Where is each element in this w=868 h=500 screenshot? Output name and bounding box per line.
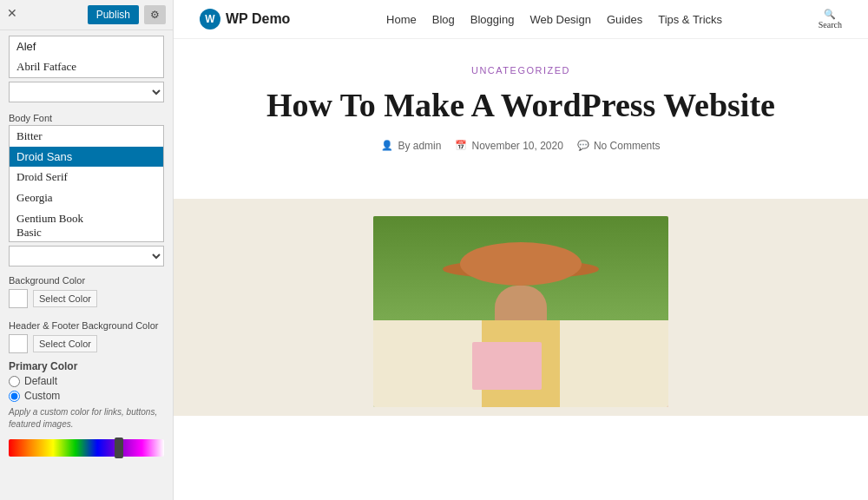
radio-custom-label: Custom xyxy=(24,390,60,402)
font-droid-serif[interactable]: Droid Serif xyxy=(10,167,163,188)
font-option-abril[interactable]: Abril Fatface xyxy=(10,56,163,77)
featured-image xyxy=(373,216,668,407)
article-date: November 10, 2020 xyxy=(471,140,562,152)
background-color-swatch xyxy=(9,289,28,308)
preview-panel: W WP Demo Home Blog Blogging Web Design … xyxy=(174,0,868,500)
article-meta: 👤 By admin 📅 November 10, 2020 💬 No Comm… xyxy=(217,140,825,152)
header-footer-color-button[interactable]: Select Color xyxy=(33,335,97,352)
body-font-list: Bitter Droid Sans Droid Serif Georgia Ge… xyxy=(9,125,164,242)
comments-count: No Comments xyxy=(594,140,661,152)
article-main: UNCATEGORIZED How To Make A WordPress We… xyxy=(200,39,842,199)
article-image-area xyxy=(174,199,868,416)
author-meta: 👤 By admin xyxy=(381,140,441,152)
body-font-variant-select[interactable] xyxy=(9,246,164,266)
calendar-icon: 📅 xyxy=(455,140,467,151)
article-category: UNCATEGORIZED xyxy=(217,65,825,76)
author-icon: 👤 xyxy=(381,140,393,151)
radio-custom-input[interactable] xyxy=(9,391,20,402)
gradient-handle[interactable] xyxy=(115,438,123,458)
book xyxy=(472,342,542,390)
hint-text: Apply a custom color for links, buttons,… xyxy=(0,405,173,436)
site-navigation: Home Blog Blogging Web Design Guides Tip… xyxy=(386,13,722,26)
header-footer-color-label: Header & Footer Background Color xyxy=(9,320,164,331)
search-icon: 🔍 xyxy=(824,9,836,20)
background-color-button[interactable]: Select Color xyxy=(33,290,97,307)
background-color-section: Background Color Select Color xyxy=(0,270,173,315)
nav-guides[interactable]: Guides xyxy=(607,13,642,26)
article-title: How To Make A WordPress Website xyxy=(217,86,825,126)
font-option-alef[interactable]: Alef xyxy=(10,36,163,56)
primary-color-section: Primary Color Default Custom xyxy=(0,360,173,402)
nav-home[interactable]: Home xyxy=(386,13,417,26)
radio-default-label: Default xyxy=(24,375,57,387)
font-gentium[interactable]: Gentium BookBasic xyxy=(10,208,163,242)
publish-button[interactable]: Publish xyxy=(88,5,139,24)
background-color-label: Background Color xyxy=(9,275,164,286)
logo-icon: W xyxy=(200,9,220,30)
background-color-row: Select Color xyxy=(9,289,164,308)
font-bitter[interactable]: Bitter xyxy=(10,126,163,147)
gear-button[interactable]: ⚙ xyxy=(144,5,166,24)
customizer-panel: ✕ Publish ⚙ Alef Abril Fatface Body Font… xyxy=(0,0,174,500)
panel-body: Alef Abril Fatface Body Font Bitter Droi… xyxy=(0,30,173,500)
nav-blog[interactable]: Blog xyxy=(432,13,455,26)
article-container: UNCATEGORIZED How To Make A WordPress We… xyxy=(174,39,868,500)
panel-header: ✕ Publish ⚙ xyxy=(0,0,173,30)
header-footer-color-section: Header & Footer Background Color Select … xyxy=(0,315,173,360)
site-logo: W WP Demo xyxy=(200,9,290,30)
close-button[interactable]: ✕ xyxy=(7,6,17,20)
comments-meta: 💬 No Comments xyxy=(577,140,661,152)
radio-default[interactable]: Default xyxy=(9,375,164,387)
nav-tips-tricks[interactable]: Tips & Tricks xyxy=(658,13,722,26)
woman-figure xyxy=(434,234,608,407)
top-font-list: Alef Abril Fatface xyxy=(9,36,164,78)
header-footer-color-row: Select Color xyxy=(9,334,164,353)
nav-blogging[interactable]: Blogging xyxy=(470,13,515,26)
font-variant-select[interactable] xyxy=(9,82,164,102)
date-meta: 📅 November 10, 2020 xyxy=(455,140,562,152)
font-georgia[interactable]: Georgia xyxy=(10,188,163,208)
search-label: Search xyxy=(819,20,842,30)
nav-web-design[interactable]: Web Design xyxy=(529,13,591,26)
author-name: By admin xyxy=(398,140,441,152)
site-name: WP Demo xyxy=(226,11,290,27)
comment-icon: 💬 xyxy=(577,140,589,151)
radio-custom[interactable]: Custom xyxy=(9,390,164,402)
primary-color-label: Primary Color xyxy=(9,360,164,372)
header-footer-color-swatch xyxy=(9,334,28,353)
site-header: W WP Demo Home Blog Blogging Web Design … xyxy=(174,0,868,39)
radio-default-input[interactable] xyxy=(9,376,20,387)
font-droid-sans[interactable]: Droid Sans xyxy=(10,147,163,167)
search-button[interactable]: 🔍 Search xyxy=(819,9,842,30)
hat xyxy=(460,242,582,286)
body-font-label: Body Font xyxy=(0,106,173,125)
color-gradient-bar[interactable] xyxy=(9,439,164,457)
